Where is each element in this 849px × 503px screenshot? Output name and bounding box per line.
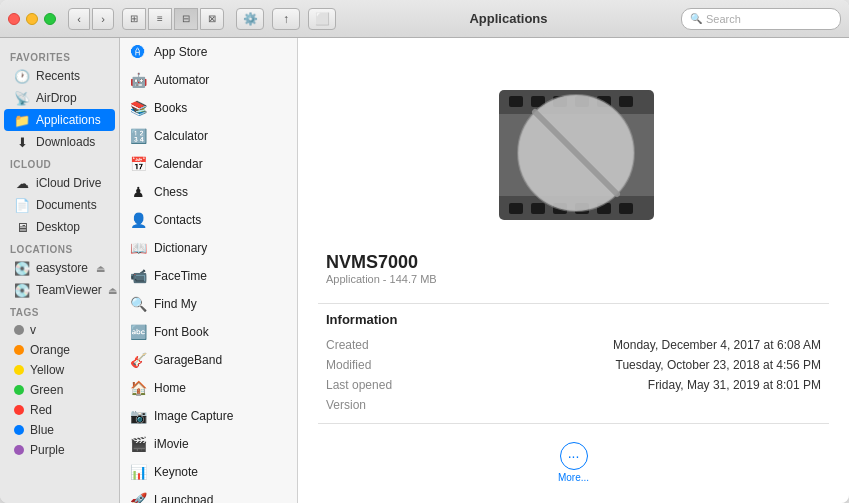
file-item-launchpad[interactable]: 🚀 Launchpad bbox=[120, 486, 297, 503]
file-item-label: Automator bbox=[154, 73, 209, 87]
more-button[interactable]: ··· More... bbox=[558, 442, 589, 483]
tags-header: Tags bbox=[0, 301, 119, 320]
svg-rect-1 bbox=[509, 96, 523, 107]
imovie-icon: 🎬 bbox=[128, 434, 148, 454]
created-value: Monday, December 4, 2017 at 6:08 AM bbox=[613, 338, 821, 352]
icon-view-button[interactable]: ⊞ bbox=[122, 8, 146, 30]
file-item-facetime[interactable]: 📹 FaceTime bbox=[120, 262, 297, 290]
info-section-header: Information bbox=[318, 312, 398, 327]
sidebar-item-tag-blue[interactable]: Blue bbox=[4, 420, 115, 440]
forward-button[interactable]: › bbox=[92, 8, 114, 30]
file-item-calculator[interactable]: 🔢 Calculator bbox=[120, 122, 297, 150]
file-item-find-my[interactable]: 🔍 Find My bbox=[120, 290, 297, 318]
file-item-label: Font Book bbox=[154, 325, 209, 339]
svg-rect-12 bbox=[619, 203, 633, 214]
icloud-drive-icon: ☁ bbox=[14, 175, 30, 191]
eject-teamviewer-button[interactable]: ⏏ bbox=[108, 285, 117, 296]
teamviewer-icon: 💽 bbox=[14, 282, 30, 298]
app-icon-svg bbox=[479, 60, 669, 235]
file-item-keynote[interactable]: 📊 Keynote bbox=[120, 458, 297, 486]
sidebar-item-label: Recents bbox=[36, 69, 80, 83]
file-item-label: Dictionary bbox=[154, 241, 207, 255]
icloud-header: iCloud bbox=[0, 153, 119, 172]
file-item-calendar[interactable]: 📅 Calendar bbox=[120, 150, 297, 178]
file-item-imovie[interactable]: 🎬 iMovie bbox=[120, 430, 297, 458]
close-button[interactable] bbox=[8, 13, 20, 25]
keynote-icon: 📊 bbox=[128, 462, 148, 482]
file-item-image-capture[interactable]: 📷 Image Capture bbox=[120, 402, 297, 430]
sidebar-item-label: Blue bbox=[30, 423, 54, 437]
app-subtitle: Application - 144.7 MB bbox=[318, 273, 437, 285]
column-view-button[interactable]: ⊟ bbox=[174, 8, 198, 30]
file-item-automator[interactable]: 🤖 Automator bbox=[120, 66, 297, 94]
search-bar[interactable]: 🔍 Search bbox=[681, 8, 841, 30]
file-item-home[interactable]: 🏠 Home bbox=[120, 374, 297, 402]
tag-button[interactable]: ⬜ bbox=[308, 8, 336, 30]
calendar-icon: 📅 bbox=[128, 154, 148, 174]
sidebar-item-tag-green[interactable]: Green bbox=[4, 380, 115, 400]
eject-easystore-button[interactable]: ⏏ bbox=[96, 263, 105, 274]
image-capture-icon: 📷 bbox=[128, 406, 148, 426]
file-item-books[interactable]: 📚 Books bbox=[120, 94, 297, 122]
svg-rect-7 bbox=[509, 203, 523, 214]
file-item-label: Keynote bbox=[154, 465, 198, 479]
sidebar-item-desktop[interactable]: 🖥 Desktop bbox=[4, 216, 115, 238]
home-icon: 🏠 bbox=[128, 378, 148, 398]
titlebar: ‹ › ⊞ ≡ ⊟ ⊠ ⚙️ ↑ ⬜ Applications 🔍 Search bbox=[0, 0, 849, 38]
file-list: 🅐 App Store 🤖 Automator 📚 Books 🔢 Calcul… bbox=[120, 38, 298, 503]
sidebar-item-label: Orange bbox=[30, 343, 70, 357]
facetime-icon: 📹 bbox=[128, 266, 148, 286]
easystore-icon: 💽 bbox=[14, 260, 30, 276]
applications-icon: 📁 bbox=[14, 112, 30, 128]
file-item-app-store[interactable]: 🅐 App Store bbox=[120, 38, 297, 66]
sidebar-item-label: Downloads bbox=[36, 135, 95, 149]
back-button[interactable]: ‹ bbox=[68, 8, 90, 30]
sidebar-item-tag-purple[interactable]: Purple bbox=[4, 440, 115, 460]
dictionary-icon: 📖 bbox=[128, 238, 148, 258]
sidebar-item-label: iCloud Drive bbox=[36, 176, 101, 190]
sidebar-item-label: Documents bbox=[36, 198, 97, 212]
file-item-dictionary[interactable]: 📖 Dictionary bbox=[120, 234, 297, 262]
sidebar-item-label: TeamViewer bbox=[36, 283, 102, 297]
file-item-contacts[interactable]: 👤 Contacts bbox=[120, 206, 297, 234]
list-view-button[interactable]: ≡ bbox=[148, 8, 172, 30]
sidebar-item-downloads[interactable]: ⬇ Downloads bbox=[4, 131, 115, 153]
file-item-label: iMovie bbox=[154, 437, 189, 451]
sidebar-item-applications[interactable]: 📁 Applications bbox=[4, 109, 115, 131]
file-item-garageband[interactable]: 🎸 GarageBand bbox=[120, 346, 297, 374]
finder-window: ‹ › ⊞ ≡ ⊟ ⊠ ⚙️ ↑ ⬜ Applications 🔍 Search bbox=[0, 0, 849, 503]
sidebar-item-easystore[interactable]: 💽 easystore ⏏ bbox=[4, 257, 115, 279]
sidebar-item-tag-orange[interactable]: Orange bbox=[4, 340, 115, 360]
chess-icon: ♟ bbox=[128, 182, 148, 202]
arrange-button[interactable]: ⚙️ bbox=[236, 8, 264, 30]
sidebar-item-teamviewer[interactable]: 💽 TeamViewer ⏏ bbox=[4, 279, 115, 301]
last-opened-label: Last opened bbox=[326, 378, 416, 392]
books-icon: 📚 bbox=[128, 98, 148, 118]
gallery-view-button[interactable]: ⊠ bbox=[200, 8, 224, 30]
file-item-label: Calendar bbox=[154, 157, 203, 171]
divider-bottom bbox=[318, 423, 829, 424]
sidebar-item-documents[interactable]: 📄 Documents bbox=[4, 194, 115, 216]
modified-value: Tuesday, October 23, 2018 at 4:56 PM bbox=[616, 358, 821, 372]
share-button[interactable]: ↑ bbox=[272, 8, 300, 30]
maximize-button[interactable] bbox=[44, 13, 56, 25]
sidebar-item-tag-yellow[interactable]: Yellow bbox=[4, 360, 115, 380]
file-item-label: Chess bbox=[154, 185, 188, 199]
file-item-font-book[interactable]: 🔤 Font Book bbox=[120, 318, 297, 346]
sidebar-item-tag-v[interactable]: v bbox=[4, 320, 115, 340]
sidebar-item-label: Purple bbox=[30, 443, 65, 457]
last-opened-value: Friday, May 31, 2019 at 8:01 PM bbox=[648, 378, 821, 392]
sidebar-item-tag-red[interactable]: Red bbox=[4, 400, 115, 420]
minimize-button[interactable] bbox=[26, 13, 38, 25]
garageband-icon: 🎸 bbox=[128, 350, 148, 370]
sidebar-item-icloud-drive[interactable]: ☁ iCloud Drive bbox=[4, 172, 115, 194]
tag-green-dot bbox=[14, 385, 24, 395]
file-item-label: Contacts bbox=[154, 213, 201, 227]
sidebar-item-recents[interactable]: 🕐 Recents bbox=[4, 65, 115, 87]
window-title: Applications bbox=[469, 11, 547, 26]
sidebar-item-airdrop[interactable]: 📡 AirDrop bbox=[4, 87, 115, 109]
tag-orange-dot bbox=[14, 345, 24, 355]
file-item-chess[interactable]: ♟ Chess bbox=[120, 178, 297, 206]
version-label: Version bbox=[326, 398, 416, 412]
info-row-last-opened: Last opened Friday, May 31, 2019 at 8:01… bbox=[318, 375, 829, 395]
